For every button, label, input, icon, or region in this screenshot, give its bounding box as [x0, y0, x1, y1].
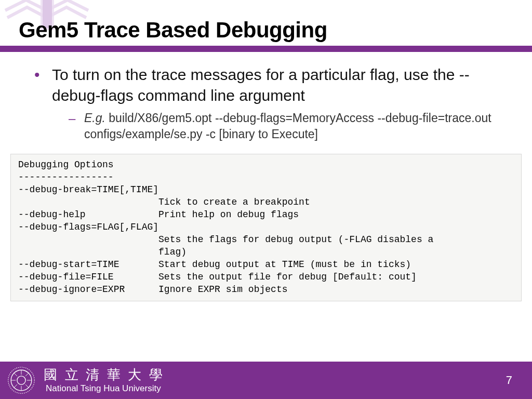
university-name-block: 國 立 清 華 大 學 National Tsing Hua Universit…: [44, 368, 165, 393]
slide-title: Gem5 Trace Based Debugging: [19, 18, 532, 43]
title-underline: [0, 46, 532, 52]
footer-bar: 國 立 清 華 大 學 National Tsing Hua Universit…: [0, 362, 532, 399]
code-block: Debugging Options ----------------- --de…: [10, 154, 522, 301]
example-command: build/X86/gem5.opt --debug-flags=MemoryA…: [84, 111, 491, 141]
bullet-text: To turn on the trace messages for a part…: [52, 64, 501, 106]
sub-bullet-text: E.g. build/X86/gem5.opt --debug-flags=Me…: [84, 110, 501, 142]
university-seal-icon: [7, 366, 35, 394]
svg-line-12: [14, 384, 17, 388]
sub-bullet-marker: –: [69, 110, 84, 127]
bullet-item: • To turn on the trace messages for a pa…: [34, 64, 501, 106]
university-name-en: National Tsing Hua University: [44, 384, 165, 393]
svg-line-9: [14, 373, 17, 376]
bullet-marker: •: [34, 64, 52, 85]
svg-point-4: [17, 376, 25, 384]
university-name-cn: 國 立 清 華 大 學: [44, 368, 165, 382]
sub-bullet-item: – E.g. build/X86/gem5.opt --debug-flags=…: [34, 110, 501, 142]
eg-label: E.g.: [84, 111, 105, 125]
svg-line-11: [25, 373, 29, 376]
content-area: • To turn on the trace messages for a pa…: [0, 52, 532, 142]
page-number: 7: [506, 374, 517, 387]
title-area: Gem5 Trace Based Debugging: [0, 0, 532, 43]
svg-line-10: [25, 384, 29, 388]
